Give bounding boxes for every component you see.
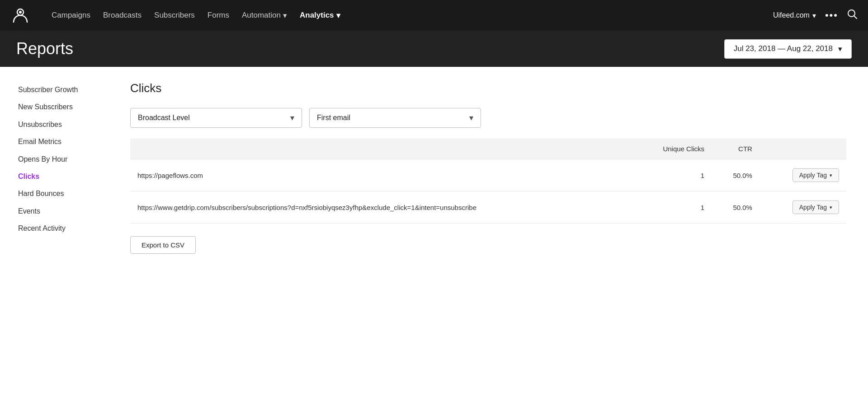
table-cell-unique-clicks: 1 xyxy=(632,159,712,191)
nav-broadcasts[interactable]: Broadcasts xyxy=(103,11,142,20)
email-select-label: First email xyxy=(317,114,350,122)
export-csv-button[interactable]: Export to CSV xyxy=(130,236,196,254)
col-ctr-header: CTR xyxy=(712,139,760,159)
sidebar-item-clicks[interactable]: Clicks xyxy=(18,168,108,185)
table-cell-url: https://pageflows.com xyxy=(130,159,632,191)
nav-forms[interactable]: Forms xyxy=(208,11,229,20)
broadcast-level-label: Broadcast Level xyxy=(138,114,190,122)
col-action-header xyxy=(760,139,846,159)
table-cell-ctr: 50.0% xyxy=(712,191,760,224)
page-title: Reports xyxy=(16,39,73,58)
content-area: Clicks Broadcast Level ▾ First email ▾ U… xyxy=(108,67,868,410)
table-row: https://pageflows.com150.0%Apply Tag ▾ xyxy=(130,159,846,191)
account-selector[interactable]: Uifeed.com ▾ xyxy=(773,11,816,20)
nav-analytics[interactable]: Analytics ▾ xyxy=(300,11,340,20)
top-nav: Campaigns Broadcasts Subscribers Forms A… xyxy=(0,0,868,31)
date-picker-arrow-icon: ▾ xyxy=(838,44,842,54)
table-cell-unique-clicks: 1 xyxy=(632,191,712,224)
apply-tag-arrow-icon: ▾ xyxy=(830,172,832,178)
table-cell-action: Apply Tag ▾ xyxy=(760,191,846,224)
nav-links: Campaigns Broadcasts Subscribers Forms A… xyxy=(52,11,759,20)
table-row: https://www.getdrip.com/subscribers/subs… xyxy=(130,191,846,224)
automation-arrow-icon: ▾ xyxy=(283,11,287,20)
clicks-table: Unique Clicks CTR https://pageflows.com1… xyxy=(130,139,846,224)
analytics-arrow-icon: ▾ xyxy=(336,11,340,20)
sidebar-item-opens-by-hour[interactable]: Opens By Hour xyxy=(18,151,108,168)
sidebar-item-events[interactable]: Events xyxy=(18,203,108,220)
svg-point-1 xyxy=(19,11,22,14)
sidebar-item-email-metrics[interactable]: Email Metrics xyxy=(18,133,108,150)
sidebar-item-hard-bounces[interactable]: Hard Bounces xyxy=(18,185,108,202)
date-range-picker[interactable]: Jul 23, 2018 — Aug 22, 2018 ▾ xyxy=(724,39,852,59)
sidebar-item-unsubscribes[interactable]: Unsubscribes xyxy=(18,116,108,133)
sidebar: Subscriber Growth New Subscribers Unsubs… xyxy=(0,67,108,410)
account-arrow-icon: ▾ xyxy=(812,11,816,20)
nav-more-button[interactable]: ••• xyxy=(825,9,838,21)
header-bar: Reports Jul 23, 2018 — Aug 22, 2018 ▾ xyxy=(0,31,868,67)
nav-right: Uifeed.com ▾ ••• xyxy=(773,9,857,22)
table-cell-action: Apply Tag ▾ xyxy=(760,159,846,191)
col-unique-clicks-header: Unique Clicks xyxy=(632,139,712,159)
broadcast-level-arrow-icon: ▾ xyxy=(290,113,294,123)
apply-tag-button[interactable]: Apply Tag ▾ xyxy=(793,168,839,182)
broadcast-level-dropdown[interactable]: Broadcast Level ▾ xyxy=(130,108,302,128)
date-range-label: Jul 23, 2018 — Aug 22, 2018 xyxy=(734,44,833,53)
sidebar-item-new-subscribers[interactable]: New Subscribers xyxy=(18,98,108,116)
nav-automation[interactable]: Automation ▾ xyxy=(242,11,287,20)
search-button[interactable] xyxy=(847,9,857,22)
sidebar-item-recent-activity[interactable]: Recent Activity xyxy=(18,220,108,237)
table-cell-ctr: 50.0% xyxy=(712,159,760,191)
col-url-header xyxy=(130,139,632,159)
section-title: Clicks xyxy=(130,81,846,95)
nav-subscribers[interactable]: Subscribers xyxy=(154,11,195,20)
nav-campaigns[interactable]: Campaigns xyxy=(52,11,90,20)
logo[interactable] xyxy=(11,6,30,25)
apply-tag-button[interactable]: Apply Tag ▾ xyxy=(793,200,839,214)
table-header-row: Unique Clicks CTR xyxy=(130,139,846,159)
sidebar-item-subscriber-growth[interactable]: Subscriber Growth xyxy=(18,81,108,98)
table-cell-url: https://www.getdrip.com/subscribers/subs… xyxy=(130,191,632,224)
apply-tag-arrow-icon: ▾ xyxy=(830,205,832,210)
main-layout: Subscriber Growth New Subscribers Unsubs… xyxy=(0,67,868,410)
filter-row: Broadcast Level ▾ First email ▾ xyxy=(130,108,846,128)
email-select-arrow-icon: ▾ xyxy=(469,113,473,123)
email-select-dropdown[interactable]: First email ▾ xyxy=(309,108,481,128)
svg-line-3 xyxy=(854,16,857,19)
